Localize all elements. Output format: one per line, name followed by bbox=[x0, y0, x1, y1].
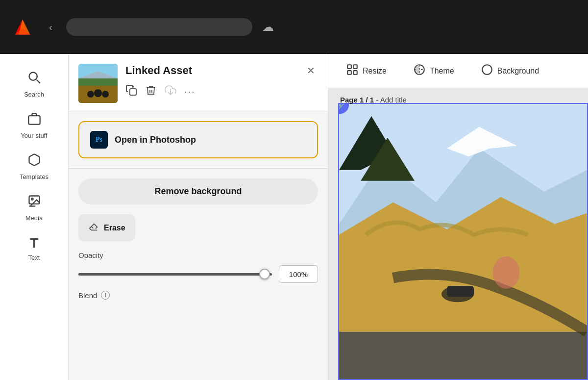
url-bar[interactable] bbox=[66, 18, 252, 36]
theme-button[interactable]: Theme bbox=[407, 59, 460, 83]
svg-rect-20 bbox=[353, 71, 357, 75]
sidebar-item-your-stuff[interactable]: Your stuff bbox=[0, 105, 68, 146]
share-button[interactable] bbox=[165, 84, 176, 99]
blend-section: Blend i bbox=[69, 283, 328, 300]
blend-label: Blend bbox=[78, 291, 97, 300]
sidebar-item-media[interactable]: Media bbox=[0, 187, 68, 228]
panel-title-area: Linked Asset ✕ bbox=[125, 64, 318, 99]
svg-point-12 bbox=[87, 91, 94, 98]
delete-button[interactable] bbox=[145, 84, 157, 99]
svg-point-10 bbox=[94, 89, 102, 97]
opacity-thumb[interactable] bbox=[259, 269, 270, 279]
more-options-button[interactable]: ··· bbox=[184, 86, 196, 97]
resize-icon bbox=[346, 63, 359, 79]
blend-row: Blend i bbox=[78, 291, 318, 300]
blend-info-icon[interactable]: i bbox=[101, 291, 110, 300]
panel-close-button[interactable]: ✕ bbox=[304, 64, 318, 77]
resize-button[interactable]: Resize bbox=[340, 59, 392, 83]
canvas-area: Resize Theme Background bbox=[328, 54, 588, 380]
page-action[interactable]: - Add title bbox=[376, 96, 407, 104]
templates-icon bbox=[27, 153, 41, 170]
panel-header: Linked Asset ✕ bbox=[69, 54, 328, 111]
svg-point-1 bbox=[29, 73, 37, 80]
sidebar-search-label: Search bbox=[24, 91, 44, 98]
media-icon bbox=[27, 194, 41, 211]
opacity-value[interactable]: 100% bbox=[279, 265, 318, 283]
erase-button[interactable]: Erase bbox=[78, 214, 135, 241]
remove-background-label: Remove background bbox=[154, 186, 242, 197]
svg-rect-17 bbox=[347, 65, 351, 69]
topbar: ‹ ☁ bbox=[0, 0, 588, 54]
erase-label: Erase bbox=[104, 224, 125, 232]
panel-title-row: Linked Asset ✕ bbox=[125, 64, 318, 77]
canvas-image-container: 🔗 bbox=[338, 103, 588, 380]
canvas-image[interactable]: 🔗 bbox=[338, 103, 588, 380]
svg-rect-30 bbox=[447, 286, 474, 297]
remove-background-button[interactable]: Remove background bbox=[78, 178, 318, 204]
opacity-track bbox=[78, 273, 272, 276]
erase-icon bbox=[88, 221, 99, 234]
search-icon bbox=[27, 71, 41, 88]
sidebar-item-templates[interactable]: Templates bbox=[0, 146, 68, 187]
opacity-slider[interactable] bbox=[78, 269, 272, 279]
svg-rect-31 bbox=[339, 332, 587, 379]
sidebar-media-label: Media bbox=[25, 214, 43, 222]
asset-thumbnail bbox=[78, 64, 118, 103]
svg-point-11 bbox=[102, 91, 109, 98]
back-button[interactable]: ‹ bbox=[45, 18, 56, 37]
sidebar-templates-label: Templates bbox=[20, 173, 49, 180]
background-label: Background bbox=[497, 67, 539, 76]
svg-rect-13 bbox=[130, 89, 136, 95]
main-layout: Search Your stuff Templates bbox=[0, 54, 588, 380]
svg-point-5 bbox=[31, 198, 33, 200]
background-icon bbox=[481, 63, 493, 79]
opacity-section: Opacity 100% bbox=[69, 241, 328, 283]
svg-point-22 bbox=[482, 65, 492, 75]
theme-label: Theme bbox=[430, 67, 454, 76]
opacity-row: 100% bbox=[78, 265, 318, 283]
svg-rect-18 bbox=[353, 65, 357, 69]
your-stuff-icon bbox=[27, 112, 41, 129]
theme-icon bbox=[413, 63, 426, 79]
svg-point-32 bbox=[493, 256, 520, 289]
svg-rect-3 bbox=[28, 116, 40, 125]
svg-rect-19 bbox=[347, 71, 351, 75]
opacity-label: Opacity bbox=[78, 251, 318, 259]
sidebar-item-search[interactable]: Search bbox=[0, 64, 68, 105]
sidebar-text-label: Text bbox=[28, 254, 40, 261]
page-label: Page 1 / 1 - Add title bbox=[340, 96, 407, 104]
sidebar-your-stuff-label: Your stuff bbox=[21, 132, 47, 139]
add-copy-button[interactable] bbox=[125, 84, 137, 99]
sidebar-item-text[interactable]: T Text bbox=[0, 228, 68, 268]
linked-asset-panel: Linked Asset ✕ bbox=[69, 54, 328, 380]
text-icon: T bbox=[30, 235, 38, 251]
background-button[interactable]: Background bbox=[475, 59, 545, 83]
canvas-toolbar: Resize Theme Background bbox=[328, 54, 588, 88]
photoshop-icon: Ps bbox=[90, 131, 108, 149]
left-sidebar: Search Your stuff Templates bbox=[0, 54, 69, 380]
page-number: Page 1 / 1 bbox=[340, 96, 374, 104]
panel-title: Linked Asset bbox=[125, 64, 192, 77]
svg-line-2 bbox=[36, 80, 40, 83]
adobe-logo[interactable] bbox=[10, 14, 35, 40]
open-photoshop-label: Open in Photoshop bbox=[115, 135, 196, 145]
resize-label: Resize bbox=[363, 67, 387, 76]
cloud-icon: ☁ bbox=[262, 20, 274, 34]
panel-actions: ··· bbox=[125, 84, 318, 99]
separator-1 bbox=[69, 168, 328, 169]
open-in-photoshop-button[interactable]: Ps Open in Photoshop bbox=[78, 121, 318, 158]
